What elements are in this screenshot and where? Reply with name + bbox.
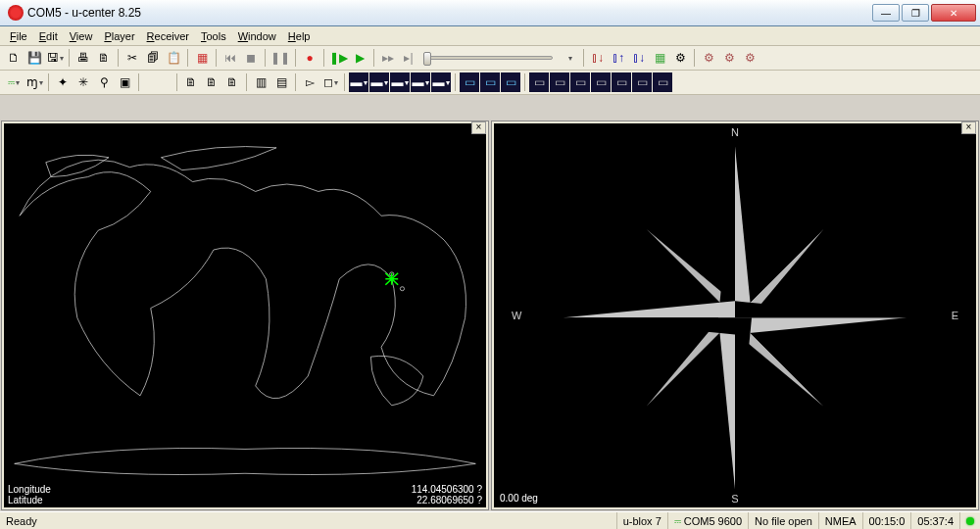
close-button[interactable]: ✕ — [931, 4, 976, 22]
ext-4-icon[interactable]: ▭ — [591, 72, 611, 92]
save-dd-icon[interactable]: 🖫▾ — [45, 48, 65, 68]
compass-w: W — [512, 310, 521, 321]
mon-1-icon[interactable]: ▭ — [460, 72, 479, 92]
print-preview-icon[interactable]: 🗎 — [94, 48, 114, 68]
status-port: ⎓COM5 9600 — [667, 512, 748, 529]
bug-icon[interactable]: ✳ — [74, 72, 93, 92]
ext-3-icon[interactable]: ▭ — [570, 72, 590, 92]
cut-icon[interactable]: ✂ — [122, 48, 142, 68]
latitude-label: Latitude — [8, 495, 51, 505]
status-device: u-blox 7 — [616, 512, 667, 529]
copy-icon[interactable]: 🗐 — [143, 48, 163, 68]
ext-6-icon[interactable]: ▭ — [632, 72, 652, 92]
grid-icon[interactable]: ▦ — [650, 48, 669, 68]
view-sq-icon[interactable]: ◻▾ — [320, 72, 340, 92]
settings-icon[interactable]: ▦ — [192, 48, 212, 68]
status-time2: 05:37:4 — [910, 512, 959, 529]
compass-view[interactable]: N E S W 0.00 deg — [494, 123, 976, 507]
svg-marker-11 — [718, 146, 735, 317]
save-icon[interactable]: 💾 — [24, 48, 44, 68]
statusbar: Ready u-blox 7 ⎓COM5 9600 No file open N… — [0, 511, 980, 529]
menu-tools[interactable]: Tools — [195, 28, 232, 44]
gear-2-icon[interactable]: ⚙ — [699, 48, 718, 68]
layout-a-icon[interactable]: ▥ — [251, 72, 270, 92]
sig-1-icon[interactable]: ⫿↓ — [588, 48, 608, 68]
new-doc-icon[interactable]: 🗋 — [4, 48, 24, 68]
menu-window[interactable]: Window — [232, 28, 282, 44]
menubar: File Edit View Player Receiver Tools Win… — [0, 26, 980, 46]
map-panel-close[interactable]: × — [471, 121, 486, 134]
map-view[interactable]: Longitude Latitude 114.04506300 ? 22.680… — [4, 123, 486, 507]
ext-2-icon[interactable]: ▭ — [550, 72, 569, 92]
skip-fwd-icon[interactable]: ▸| — [399, 48, 418, 68]
svg-marker-13 — [735, 301, 906, 317]
skip-back-icon[interactable]: ⏮ — [220, 48, 240, 68]
window-title: COM5 - u-center 8.25 — [27, 6, 872, 20]
compass-deg-value: 0.00 deg — [500, 493, 538, 504]
app-icon — [8, 5, 24, 21]
wave-icon[interactable]: ɱ▾ — [24, 72, 44, 92]
map-panel: × Longitude Latitude — [1, 120, 489, 510]
latitude-value: 22.68069650 ? — [412, 495, 482, 505]
mon-3-icon[interactable]: ▭ — [501, 72, 520, 92]
slider-dd-icon[interactable]: ▾ — [560, 48, 579, 68]
titlebar: COM5 - u-center 8.25 — ❐ ✕ — [0, 0, 980, 26]
menu-player[interactable]: Player — [98, 28, 140, 44]
panel-3-icon[interactable]: ▬▾ — [390, 72, 410, 92]
led-icon — [966, 517, 974, 525]
compass-e: E — [952, 310, 958, 321]
layout-b-icon[interactable]: ▤ — [271, 72, 291, 92]
doc-b-icon[interactable]: 🗎 — [202, 72, 221, 92]
sig-2-icon[interactable]: ⫿↑ — [609, 48, 628, 68]
view-big-icon[interactable]: ▻ — [300, 72, 319, 92]
status-ready: Ready — [0, 512, 616, 529]
svg-marker-16 — [564, 301, 735, 317]
gear-3-icon[interactable]: ⚙ — [719, 48, 739, 68]
doc-c-icon[interactable]: 🗎 — [222, 72, 242, 92]
panel-4-icon[interactable]: ▬▾ — [411, 72, 430, 92]
menu-help[interactable]: Help — [282, 28, 317, 44]
paste-icon[interactable]: 📋 — [164, 48, 183, 68]
toolbar-connect: ⎓▾ ɱ▾ ✦ ✳ ⚲ ▣ 🗎 🗎 🗎 ▥ ▤ ▻ ◻▾ ▬▾ ▬▾ ▬▾ ▬▾… — [0, 71, 980, 95]
svg-marker-17 — [564, 317, 735, 334]
compass-panel-close[interactable]: × — [961, 121, 976, 134]
plug-icon: ⎓ — [674, 514, 681, 528]
sig-3-icon[interactable]: ⫿↓ — [629, 48, 649, 68]
target-icon[interactable]: ✦ — [53, 72, 73, 92]
panel-1-icon[interactable]: ▬▾ — [349, 72, 368, 92]
record-icon[interactable]: ● — [300, 48, 319, 68]
menu-view[interactable]: View — [64, 28, 99, 44]
panels: × Longitude Latitude — [0, 120, 980, 511]
svg-marker-10 — [735, 146, 752, 317]
stop-icon[interactable]: ◼ — [241, 48, 261, 68]
mon-2-icon[interactable]: ▭ — [480, 72, 500, 92]
print-icon[interactable]: 🖶 — [74, 48, 93, 68]
minimize-button[interactable]: — — [872, 4, 900, 22]
doc-a-icon[interactable]: 🗎 — [181, 72, 201, 92]
status-led — [959, 512, 980, 529]
status-time1: 00:15:0 — [862, 512, 911, 529]
timeline-slider[interactable] — [425, 56, 553, 60]
ext-1-icon[interactable]: ▭ — [529, 72, 549, 92]
menu-file[interactable]: File — [4, 28, 33, 44]
fwd-icon[interactable]: ▸▸ — [378, 48, 398, 68]
compass-n: N — [731, 126, 739, 138]
chip-icon[interactable]: ▣ — [115, 72, 134, 92]
menu-receiver[interactable]: Receiver — [141, 28, 195, 44]
ext-7-icon[interactable]: ▭ — [653, 72, 672, 92]
pause-icon[interactable]: ❚❚ — [270, 48, 291, 68]
gear-4-icon[interactable]: ⚙ — [740, 48, 760, 68]
wand-icon[interactable]: ⚲ — [94, 72, 114, 92]
step-icon[interactable]: ❚▶ — [328, 48, 349, 68]
menu-edit[interactable]: Edit — [33, 28, 64, 44]
panel-2-icon[interactable]: ▬▾ — [369, 72, 389, 92]
panel-5-icon[interactable]: ▬▾ — [431, 72, 451, 92]
connect-icon[interactable]: ⎓▾ — [4, 72, 24, 92]
gear-1-icon[interactable]: ⚙ — [670, 48, 690, 68]
ext-5-icon[interactable]: ▭ — [612, 72, 631, 92]
maximize-button[interactable]: ❐ — [902, 4, 929, 22]
longitude-label: Longitude — [8, 484, 51, 495]
toolbar-main: 🗋 💾 🖫▾ 🖶 🗎 ✂ 🗐 📋 ▦ ⏮ ◼ ❚❚ ● ❚▶ ▶ ▸▸ ▸| ▾… — [0, 46, 980, 71]
svg-marker-14 — [718, 317, 735, 489]
play-icon[interactable]: ▶ — [350, 48, 369, 68]
